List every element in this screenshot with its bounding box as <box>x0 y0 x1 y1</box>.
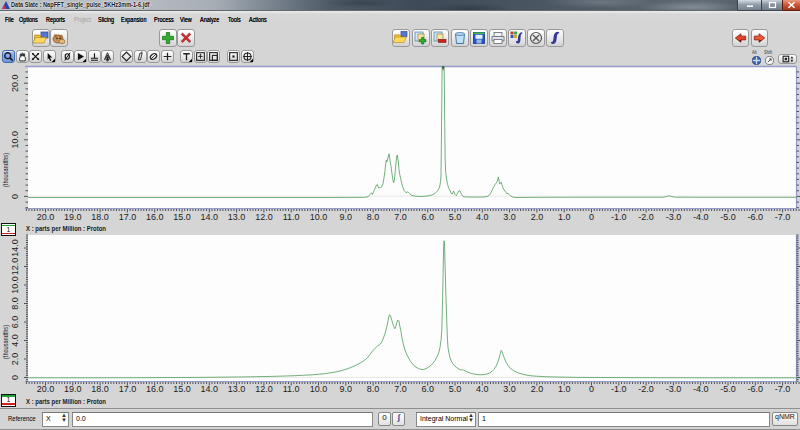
svg-text:1.0: 1.0 <box>558 384 571 394</box>
svg-text:-3.0: -3.0 <box>666 384 682 394</box>
svg-text:8.0: 8.0 <box>367 212 380 222</box>
svg-text:12.0: 12.0 <box>255 212 273 222</box>
svg-text:-2.0: -2.0 <box>638 384 654 394</box>
svg-text:13.0: 13.0 <box>228 212 246 222</box>
svg-text:10.0: 10.0 <box>10 131 20 149</box>
svg-text:13.0: 13.0 <box>228 384 246 394</box>
svg-text:9.0: 9.0 <box>340 212 353 222</box>
svg-text:19.0: 19.0 <box>64 384 82 394</box>
svg-text:4.0: 4.0 <box>476 384 489 394</box>
svg-text:-2.0: -2.0 <box>638 212 654 222</box>
svg-text:0: 0 <box>589 384 594 394</box>
svg-text:8.0: 8.0 <box>10 297 20 310</box>
svg-text:11.0: 11.0 <box>283 384 300 394</box>
svg-text:7.0: 7.0 <box>394 212 407 222</box>
svg-text:11.0: 11.0 <box>283 212 300 222</box>
svg-text:18.0: 18.0 <box>91 384 109 394</box>
svg-text:-7.0: -7.0 <box>775 384 791 394</box>
svg-text:2.0: 2.0 <box>531 212 544 222</box>
svg-text:-4.0: -4.0 <box>693 384 709 394</box>
svg-text:8.0: 8.0 <box>367 384 380 394</box>
svg-text:5.0: 5.0 <box>449 384 462 394</box>
svg-text:16.0: 16.0 <box>146 212 164 222</box>
svg-text:4.0: 4.0 <box>10 334 20 347</box>
svg-text:7.0: 7.0 <box>394 384 407 394</box>
svg-text:-6.0: -6.0 <box>748 384 764 394</box>
svg-text:15.0: 15.0 <box>173 384 191 394</box>
svg-text:6.0: 6.0 <box>10 316 20 329</box>
svg-text:2.0: 2.0 <box>531 384 544 394</box>
svg-text:17.0: 17.0 <box>119 212 137 222</box>
svg-text:-1.0: -1.0 <box>611 212 627 222</box>
svg-text:6.0: 6.0 <box>421 212 434 222</box>
svg-text:-4.0: -4.0 <box>693 212 709 222</box>
svg-text:-1.0: -1.0 <box>611 384 627 394</box>
svg-text:2.0: 2.0 <box>10 353 20 366</box>
svg-text:0: 0 <box>10 194 20 199</box>
svg-text:12.0: 12.0 <box>255 384 273 394</box>
svg-text:15.0: 15.0 <box>173 212 191 222</box>
svg-text:10.0: 10.0 <box>310 212 328 222</box>
svg-text:3.0: 3.0 <box>503 384 516 394</box>
svg-text:20.0: 20.0 <box>37 212 55 222</box>
svg-text:0: 0 <box>589 212 594 222</box>
svg-text:-6.0: -6.0 <box>748 212 764 222</box>
svg-text:3.0: 3.0 <box>503 212 516 222</box>
svg-text:5.0: 5.0 <box>449 212 462 222</box>
svg-text:6.0: 6.0 <box>421 384 434 394</box>
svg-text:18.0: 18.0 <box>91 212 109 222</box>
svg-text:-3.0: -3.0 <box>666 212 682 222</box>
svg-text:4.0: 4.0 <box>476 212 489 222</box>
svg-text:1.0: 1.0 <box>558 212 571 222</box>
svg-text:X : parts per Million : Proton: X : parts per Million : Proton <box>26 397 106 406</box>
svg-text:16.0: 16.0 <box>146 384 164 394</box>
svg-text:-7.0: -7.0 <box>775 212 791 222</box>
svg-text:17.0: 17.0 <box>119 384 137 394</box>
svg-text:14.0: 14.0 <box>10 239 20 257</box>
svg-text:(thousandths): (thousandths) <box>1 325 10 359</box>
svg-text:10.0: 10.0 <box>10 276 20 294</box>
svg-text:0: 0 <box>10 375 20 380</box>
svg-text:(thousandths): (thousandths) <box>1 153 10 187</box>
svg-text:14.0: 14.0 <box>201 212 219 222</box>
svg-text:14.0: 14.0 <box>201 384 219 394</box>
svg-text:10.0: 10.0 <box>310 384 328 394</box>
svg-text:20.0: 20.0 <box>37 384 55 394</box>
svg-text:X : parts per Million : Proton: X : parts per Million : Proton <box>26 224 106 233</box>
svg-text:20.0: 20.0 <box>10 74 20 92</box>
svg-text:-5.0: -5.0 <box>720 384 736 394</box>
svg-text:19.0: 19.0 <box>64 212 82 222</box>
svg-text:12.0: 12.0 <box>10 258 20 276</box>
svg-text:-5.0: -5.0 <box>720 212 736 222</box>
svg-text:9.0: 9.0 <box>340 384 353 394</box>
